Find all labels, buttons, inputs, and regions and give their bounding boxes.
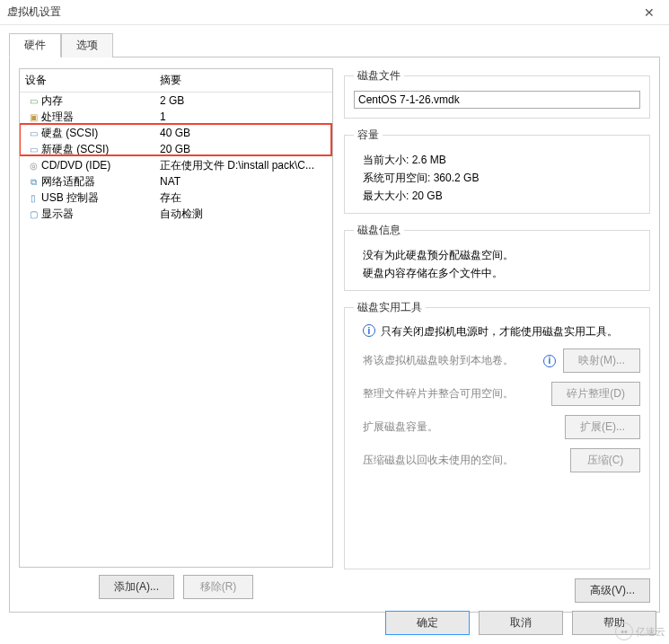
left-panel: 设备 摘要 内存 2 GB 处理器 1 硬盘 (SCSI) 40 GB [19,68,333,603]
hdd-icon [25,127,41,139]
tool-row-compress: 压缩磁盘以回收未使用的空间。 压缩(C) [363,448,640,472]
disk-file-field[interactable]: CentOS 7-1-26.vmdk [354,91,640,109]
help-button[interactable]: 帮助 [572,611,656,635]
header-summary: 摘要 [160,73,327,88]
capacity-available-label: 系统可用空间: [363,172,430,184]
titlebar: 虚拟机设置 ✕ [0,0,669,25]
device-row-cddvd[interactable]: CD/DVD (IDE) 正在使用文件 D:\install pack\C... [20,157,332,173]
cancel-button[interactable]: 取消 [479,611,563,635]
remove-button: 移除(R) [183,575,253,599]
tools-note: i 只有关闭虚拟机电源时，才能使用磁盘实用工具。 [363,324,640,340]
device-row-memory[interactable]: 内存 2 GB [20,93,332,109]
device-row-cpu[interactable]: 处理器 1 [20,109,332,125]
cd-icon [25,159,41,172]
capacity-current-label: 当前大小: [363,154,409,166]
display-icon [25,207,41,220]
device-summary: 20 GB [160,143,327,155]
capacity-max: 最大大小: 20 GB [363,189,640,204]
tool-row-map: 将该虚拟机磁盘映射到本地卷。 i 映射(M)... [363,348,640,373]
device-name: 网络适配器 [41,174,160,190]
device-name: 处理器 [41,110,160,125]
close-icon[interactable]: ✕ [637,5,662,20]
device-table: 设备 摘要 内存 2 GB 处理器 1 硬盘 (SCSI) 40 GB [19,68,333,568]
legend-disk-info: 磁盘信息 [354,223,404,238]
capacity-current: 当前大小: 2.6 MB [363,153,640,168]
capacity-available: 系统可用空间: 360.2 GB [363,171,640,186]
capacity-current-value: 2.6 MB [412,154,446,166]
device-summary: 正在使用文件 D:\install pack\C... [160,158,327,173]
device-name: USB 控制器 [41,190,160,206]
tabs-area: 硬件 选项 设备 摘要 内存 2 GB 处理器 1 [0,25,669,613]
legend-disk-file: 磁盘文件 [354,68,404,84]
hdd-icon [25,143,41,155]
device-row-disk-2[interactable]: 新硬盘 (SCSI) 20 GB [20,141,332,157]
device-summary: NAT [160,175,327,188]
device-name: CD/DVD (IDE) [41,159,160,172]
usb-icon [25,191,41,204]
defrag-desc: 整理文件碎片并整合可用空间。 [363,386,544,401]
window-title: 虚拟机设置 [7,4,637,20]
map-button: 映射(M)... [563,348,640,373]
compress-button: 压缩(C) [570,448,640,472]
compress-desc: 压缩磁盘以回收未使用的空间。 [363,453,563,468]
group-disk-tools: 磁盘实用工具 i 只有关闭虚拟机电源时，才能使用磁盘实用工具。 将该虚拟机磁盘映… [344,300,650,569]
device-row-disk-1[interactable]: 硬盘 (SCSI) 40 GB [20,125,332,141]
device-summary: 自动检测 [160,207,327,222]
right-panel: 磁盘文件 CentOS 7-1-26.vmdk 容量 当前大小: 2.6 MB … [344,68,650,603]
header-device: 设备 [25,73,160,88]
info-icon: i [543,355,556,367]
device-summary: 1 [160,110,327,123]
add-button[interactable]: 添加(A)... [99,575,174,599]
cpu-icon [25,110,41,123]
tab-panel-hardware: 设备 摘要 内存 2 GB 处理器 1 硬盘 (SCSI) 40 GB [9,57,660,613]
defrag-button: 碎片整理(D) [551,382,640,406]
device-name: 硬盘 (SCSI) [41,126,160,141]
device-summary: 40 GB [160,127,327,139]
footer-buttons: 确定 取消 帮助 [385,611,656,635]
device-summary: 2 GB [160,94,327,107]
capacity-available-value: 360.2 GB [434,172,480,184]
expand-button: 扩展(E)... [565,415,640,439]
tools-note-text: 只有关闭虚拟机电源时，才能使用磁盘实用工具。 [381,324,618,340]
left-buttons: 添加(A)... 移除(R) [19,575,333,599]
expand-desc: 扩展磁盘容量。 [363,419,558,435]
device-name: 显示器 [41,207,160,222]
legend-disk-tools: 磁盘实用工具 [354,300,426,315]
device-row-display[interactable]: 显示器 自动检测 [20,206,332,222]
advanced-row: 高级(V)... [344,578,650,603]
device-name: 新硬盘 (SCSI) [41,142,160,157]
tab-hardware[interactable]: 硬件 [9,33,61,57]
info-icon: i [363,324,375,337]
group-disk-info: 磁盘信息 没有为此硬盘预分配磁盘空间。 硬盘内容存储在多个文件中。 [344,223,650,291]
map-desc: 将该虚拟机磁盘映射到本地卷。 [363,353,536,368]
legend-capacity: 容量 [354,128,383,143]
device-row-network[interactable]: 网络适配器 NAT [20,173,332,190]
tool-row-expand: 扩展磁盘容量。 扩展(E)... [363,415,640,439]
group-disk-file: 磁盘文件 CentOS 7-1-26.vmdk [344,68,650,119]
device-summary: 存在 [160,190,327,206]
device-row-usb[interactable]: USB 控制器 存在 [20,190,332,206]
network-icon [25,175,41,188]
capacity-max-label: 最大大小: [363,190,409,202]
tool-row-defrag: 整理文件碎片并整合可用空间。 碎片整理(D) [363,382,640,406]
disk-info-line1: 没有为此硬盘预分配磁盘空间。 [363,248,640,263]
memory-icon [25,94,41,107]
capacity-max-value: 20 GB [412,190,443,202]
device-name: 内存 [41,93,160,109]
group-capacity: 容量 当前大小: 2.6 MB 系统可用空间: 360.2 GB 最大大小: 2… [344,128,650,214]
ok-button[interactable]: 确定 [385,611,470,635]
disk-info-line2: 硬盘内容存储在多个文件中。 [363,266,640,281]
tab-options[interactable]: 选项 [61,33,113,57]
advanced-button[interactable]: 高级(V)... [575,578,650,603]
device-table-header: 设备 摘要 [20,69,332,93]
tabs-row: 硬件 选项 [9,32,660,57]
